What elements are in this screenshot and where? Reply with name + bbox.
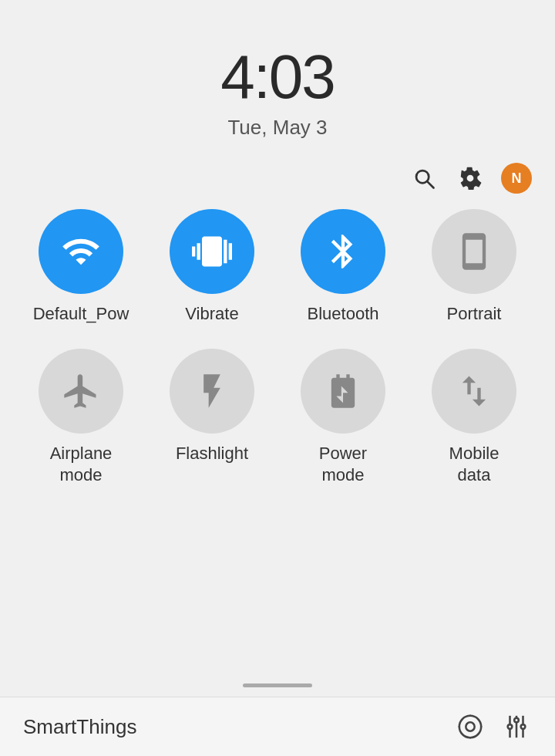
flashlight-icon-bg <box>170 349 254 434</box>
bluetooth-label: Bluetooth <box>308 303 379 326</box>
vibrate-icon-bg <box>170 209 254 294</box>
settings-icon[interactable] <box>455 163 486 194</box>
wifi-tile[interactable]: Default_Pow <box>31 209 131 326</box>
power-mode-label: Powermode <box>319 443 367 487</box>
top-area: 4:03 Tue, May 3 <box>0 0 555 155</box>
flashlight-label: Flashlight <box>176 443 248 465</box>
svg-point-4 <box>514 718 519 723</box>
user-avatar[interactable]: N <box>501 163 532 194</box>
svg-point-3 <box>508 724 513 729</box>
mobile-data-tile[interactable]: Mobiledata <box>424 349 524 487</box>
portrait-tile[interactable]: Portrait <box>424 209 524 326</box>
power-mode-tile[interactable]: Powermode <box>293 349 393 487</box>
bluetooth-icon-bg <box>301 209 385 294</box>
home-bar <box>243 683 312 687</box>
screen: 4:03 Tue, May 3 N <box>0 0 555 756</box>
smartthings-settings-icon[interactable] <box>501 711 532 742</box>
airplane-label: Airplanemode <box>50 443 113 487</box>
vibrate-tile[interactable]: Vibrate <box>162 209 262 326</box>
mobile-data-label: Mobiledata <box>449 443 500 487</box>
svg-line-1 <box>427 181 433 187</box>
bottom-bar: SmartThings <box>0 697 555 756</box>
date-display: Tue, May 3 <box>227 116 327 140</box>
wifi-label: Default_Pow <box>33 303 130 326</box>
tiles-row-2: Airplanemode Flashlight Powermode <box>15 349 540 487</box>
portrait-icon-bg <box>432 209 516 294</box>
search-icon[interactable] <box>409 163 439 194</box>
top-icons-bar: N <box>0 155 555 201</box>
flashlight-tile[interactable]: Flashlight <box>162 349 262 465</box>
wifi-icon-bg <box>39 209 123 294</box>
quick-tiles: Default_Pow Vibrate B <box>0 201 555 673</box>
airplane-tile[interactable]: Airplanemode <box>31 349 131 487</box>
smartthings-scan-icon[interactable] <box>455 711 486 742</box>
clock-display: 4:03 <box>220 46 335 108</box>
portrait-label: Portrait <box>447 303 502 326</box>
home-indicator <box>0 673 555 697</box>
vibrate-label: Vibrate <box>185 303 238 326</box>
svg-point-2 <box>466 722 474 731</box>
airplane-icon-bg <box>39 349 123 434</box>
tiles-row-1: Default_Pow Vibrate B <box>15 209 540 326</box>
power-mode-icon-bg <box>301 349 385 434</box>
svg-point-5 <box>521 724 526 729</box>
mobile-data-icon-bg <box>432 349 516 434</box>
smartthings-label: SmartThings <box>23 715 136 739</box>
bottom-icons <box>455 711 532 742</box>
bluetooth-tile[interactable]: Bluetooth <box>293 209 393 326</box>
